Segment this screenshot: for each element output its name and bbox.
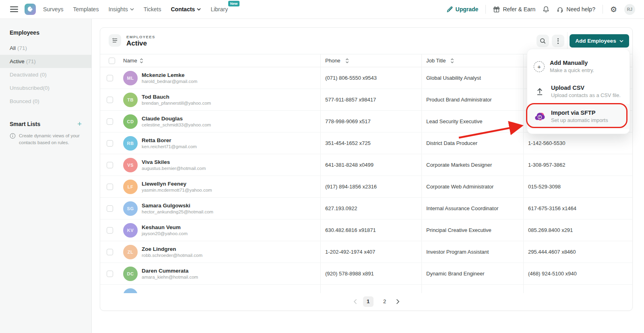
refer-earn-button[interactable]: Refer & Earn — [493, 6, 535, 13]
sidebar-item-active[interactable]: Active(71) — [0, 55, 91, 68]
column-header-name[interactable]: Name — [119, 54, 320, 67]
sort-icon[interactable] — [345, 58, 349, 63]
job-title-cell: Dynamic Brand Engineer — [421, 263, 523, 284]
contact-name[interactable]: Keshaun Veum — [142, 224, 188, 230]
add-manually-icon: + — [534, 61, 545, 72]
avatar: KV — [123, 223, 138, 238]
job-title-cell: Lead Security Executive — [421, 111, 523, 132]
add-smart-list-button[interactable]: + — [77, 120, 82, 128]
list-view-button[interactable] — [109, 34, 121, 47]
contact-email: augustus.bernier@hotmail.com — [142, 166, 206, 171]
chevron-down-icon — [619, 40, 623, 42]
contact-name[interactable]: Viva Skiles — [142, 159, 206, 165]
phone2-cell: 1-308-957-3862 — [523, 154, 632, 176]
row-checkbox[interactable] — [107, 271, 113, 277]
app-logo[interactable] — [25, 4, 36, 15]
pagination: 1 2 — [100, 292, 632, 310]
smart-lists-hint: Create dynamic views of your contacts ba… — [19, 132, 83, 146]
phone-cell: 630.482.6816 x91871 — [320, 219, 421, 241]
previous-page-button[interactable] — [353, 299, 357, 304]
top-navigation: Surveys Templates Insights Tickets Conta… — [0, 0, 644, 19]
sftp-cloud-icon — [534, 110, 546, 122]
sort-icon[interactable] — [140, 58, 143, 63]
sidebar-item-bounced[interactable]: Bounced(0) — [0, 95, 91, 108]
next-page-button[interactable] — [396, 299, 400, 304]
contact-name[interactable]: Tod Bauch — [142, 94, 211, 100]
divider — [603, 5, 603, 14]
phone-cell: 778-998-9069 x517 — [320, 111, 421, 132]
search-icon — [540, 38, 546, 44]
job-title-cell: Corporate Markets Designer — [421, 154, 523, 176]
contact-email: celestine_schmidt33@yahoo.com — [142, 122, 211, 127]
gift-icon — [493, 6, 500, 13]
table-row: KVKeshaun Veumjayson20@yahoo.com 630.482… — [100, 219, 632, 241]
sidebar-item-unsubscribed[interactable]: Unsubscribed(0) — [0, 81, 91, 95]
settings-gear-icon[interactable]: ⚙ — [610, 6, 617, 13]
contact-name[interactable]: Daren Cummerata — [142, 268, 198, 274]
contact-name[interactable]: Samara Gulgowski — [142, 203, 213, 209]
contact-name[interactable]: Llewellyn Feeney — [142, 181, 212, 187]
page-title: Active — [126, 39, 147, 48]
user-avatar[interactable]: RJ — [624, 4, 635, 15]
chevron-down-icon — [197, 8, 201, 10]
upgrade-button[interactable]: Upgrade — [447, 6, 479, 12]
table-row: RBRetta Borerken.reichert71@gmail.com 35… — [100, 132, 632, 154]
menu-item-upload-csv[interactable]: Upload CSV Upload contacts as a CSV file… — [527, 79, 630, 104]
nav-insights[interactable]: Insights — [108, 6, 134, 12]
nav-right-actions: Upgrade Refer & Earn Need help? ⚙ RJ — [447, 4, 635, 15]
avatar: LF — [123, 180, 138, 194]
sort-icon[interactable] — [450, 58, 454, 63]
job-title-cell: Principal Creative Executive — [421, 219, 523, 241]
hamburger-menu-icon[interactable] — [10, 6, 18, 12]
phone-cell: 1-202-492-1974 x407 — [320, 241, 421, 263]
nav-tickets[interactable]: Tickets — [144, 6, 161, 12]
nav-contacts[interactable]: Contacts — [171, 6, 201, 12]
row-checkbox[interactable] — [107, 227, 113, 234]
contact-email: yasmin.mcdermott71@yahoo.com — [142, 188, 212, 192]
table-row: LFLlewellyn Feeneyyasmin.mcdermott71@yah… — [100, 176, 632, 198]
upload-icon — [535, 86, 545, 97]
sidebar-item-deactivated[interactable]: Deactivated(0) — [0, 68, 91, 81]
row-checkbox[interactable] — [107, 97, 113, 103]
row-checkbox[interactable] — [107, 162, 113, 168]
more-options-button[interactable] — [552, 35, 564, 47]
table-row: SGSamara Gulgowskihector_ankunding25@hot… — [100, 198, 632, 219]
row-checkbox[interactable] — [107, 118, 113, 125]
column-header-phone[interactable]: Phone — [320, 54, 421, 67]
job-title-cell: Product Brand Administrator — [421, 89, 523, 110]
notifications-button[interactable] — [543, 6, 549, 13]
nav-surveys[interactable]: Surveys — [43, 6, 64, 12]
contact-name[interactable]: Zoe Lindgren — [142, 246, 202, 252]
row-checkbox[interactable] — [107, 75, 113, 81]
contact-email: ken.reichert71@gmail.com — [142, 144, 197, 149]
sidebar-item-all[interactable]: All(71) — [0, 41, 91, 55]
select-all-checkbox[interactable] — [109, 58, 115, 64]
row-checkbox[interactable] — [107, 249, 113, 255]
column-header-job-title[interactable]: Job Title — [421, 54, 523, 67]
page-number-2[interactable]: 2 — [380, 296, 390, 307]
search-button[interactable] — [537, 35, 549, 47]
divider — [567, 32, 568, 49]
contact-name[interactable]: Mckenzie Lemke — [142, 72, 197, 78]
row-checkbox[interactable] — [107, 184, 113, 190]
avatar: RB — [123, 136, 138, 151]
contact-name[interactable]: Retta Borer — [142, 137, 197, 143]
kebab-icon — [557, 38, 559, 44]
nav-templates[interactable]: Templates — [73, 6, 99, 12]
contact-email: robb.schroeder@hotmail.com — [142, 253, 202, 258]
menu-item-add-manually[interactable]: + Add Manually Make a quick entry. — [527, 54, 630, 79]
menu-item-import-sftp[interactable]: Import via SFTP Set up automatic imports — [527, 104, 630, 129]
job-title-cell: Internal Assurance Coordinator — [421, 198, 523, 219]
need-help-button[interactable]: Need help? — [557, 6, 595, 13]
add-employees-button[interactable]: Add Employees — [570, 34, 629, 48]
contact-name[interactable]: Claude Douglas — [142, 116, 211, 122]
phone-cell: (917) 894-1856 x2316 — [320, 176, 421, 197]
job-title-cell: Corporate Web Administrator — [421, 176, 523, 197]
row-checkbox[interactable] — [107, 140, 113, 147]
nav-library[interactable]: LibraryNew — [211, 6, 228, 12]
nav-links: Surveys Templates Insights Tickets Conta… — [43, 6, 228, 12]
row-checkbox[interactable] — [107, 205, 113, 212]
page-number-1[interactable]: 1 — [363, 296, 374, 307]
table-row: VSViva Skilesaugustus.bernier@hotmail.co… — [100, 154, 632, 176]
job-title-cell: District Data Producer — [421, 132, 523, 154]
